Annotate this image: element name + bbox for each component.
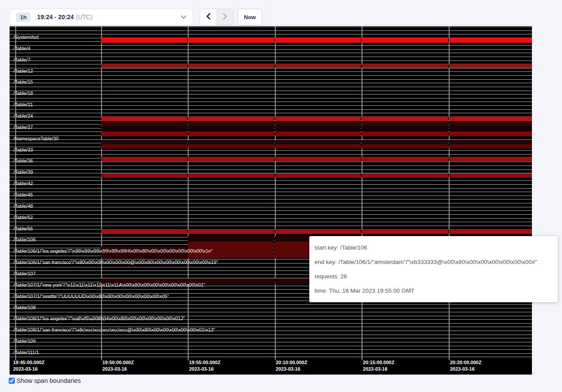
heatmap-band[interactable] — [101, 173, 187, 178]
heatmap-band[interactable] — [188, 229, 274, 234]
heatmap-band[interactable] — [101, 37, 187, 43]
heatmap-band[interactable] — [188, 64, 274, 68]
tooltip-requests: requests: 28 — [315, 269, 552, 284]
heatmap-band[interactable] — [101, 116, 187, 121]
heatmap-band[interactable] — [362, 116, 448, 121]
heatmap-band[interactable] — [101, 157, 187, 161]
heatmap-band[interactable] — [362, 173, 448, 178]
row-key-label: /Table/45 — [14, 192, 33, 197]
span-boundary-line — [10, 53, 532, 53]
span-boundary-line — [10, 184, 532, 185]
heatmap-band[interactable] — [275, 122, 361, 126]
time-range-duration-chip: 1h — [16, 13, 30, 22]
heatmap-band[interactable] — [449, 116, 532, 121]
span-boundary-line — [10, 210, 532, 211]
heatmap-band[interactable] — [275, 64, 361, 68]
heatmap-band[interactable] — [449, 140, 532, 144]
heatmap-band[interactable] — [449, 173, 532, 178]
heatmap-band[interactable] — [188, 236, 274, 242]
heatmap-band[interactable] — [449, 37, 532, 43]
heatmap-band[interactable] — [362, 37, 448, 43]
heatmap-band[interactable] — [101, 229, 187, 234]
heatmap-band[interactable] — [188, 122, 274, 126]
heatmap-band[interactable] — [362, 144, 448, 149]
heatmap-band[interactable] — [101, 64, 187, 68]
heatmap-band[interactable] — [188, 132, 274, 136]
heatmap-band[interactable] — [362, 229, 448, 234]
heatmap-band[interactable] — [101, 132, 187, 136]
axis-time: 19:45:00.000Z — [13, 359, 44, 366]
span-boundary-line — [10, 139, 532, 140]
row-key-label: /Table/12 — [14, 68, 33, 74]
time-axis-label: 19:45:00.000Z2023-03-16 — [13, 359, 44, 372]
heatmap-band[interactable] — [188, 126, 274, 131]
heatmap-band[interactable] — [188, 173, 274, 178]
heatmap-band[interactable] — [362, 157, 448, 161]
heatmap-band[interactable] — [362, 140, 448, 144]
heatmap-band[interactable] — [101, 126, 187, 131]
axis-date: 2023-03-16 — [102, 366, 134, 372]
span-boundary-line — [10, 30, 532, 31]
heatmap-band[interactable] — [449, 144, 532, 149]
heatmap-band[interactable] — [275, 126, 361, 131]
heatmap-band[interactable] — [101, 122, 187, 126]
span-boundary-line — [10, 83, 532, 83]
heatmap-band[interactable] — [188, 157, 274, 161]
time-gridline — [449, 26, 450, 360]
span-boundary-line — [10, 105, 532, 106]
time-range-dropdown[interactable]: 1h 19:24 - 20:24 (UTC) — [10, 9, 193, 25]
axis-date: 2023-03-16 — [363, 366, 394, 372]
heatmap-band[interactable] — [449, 64, 532, 68]
heatmap-band[interactable] — [449, 229, 532, 234]
heatmap-band[interactable] — [188, 37, 274, 43]
show-span-boundaries-checkbox[interactable] — [9, 378, 15, 384]
heatmap-band[interactable] — [449, 157, 532, 161]
span-boundary-line — [10, 49, 532, 50]
heatmap-band[interactable] — [275, 173, 361, 178]
heatmap-band[interactable] — [275, 229, 361, 234]
heatmap-band[interactable] — [362, 126, 448, 131]
heatmap-band[interactable] — [188, 144, 274, 149]
span-boundary-line — [10, 57, 532, 57]
heatmap-band[interactable] — [449, 126, 532, 131]
row-key-label: /Table/52 — [14, 215, 33, 220]
span-boundary-line — [10, 109, 532, 110]
next-range-button[interactable] — [217, 9, 233, 25]
time-gridline — [275, 26, 276, 360]
span-boundary-line — [10, 71, 532, 72]
row-key-label: /Table/107/1/"seattle"/"UUUUUUD\x00\x80\… — [14, 294, 169, 299]
heatmap-band[interactable] — [362, 64, 448, 68]
heatmap-band[interactable] — [101, 140, 187, 144]
row-key-label: /Table/109 — [14, 338, 36, 344]
tooltip-end-key: end key: /Table/106/1/"amsterdam"/"\xb33… — [315, 255, 552, 269]
row-key-label: /Table/24 — [14, 113, 33, 118]
heatmap-band[interactable] — [449, 132, 532, 136]
heatmap-band[interactable] — [362, 122, 448, 126]
chevron-left-icon — [206, 13, 211, 21]
span-boundary-line — [10, 342, 532, 342]
heatmap-band[interactable] — [275, 37, 361, 43]
heatmap-band[interactable] — [188, 140, 274, 144]
axis-time: 19:55:00.000Z — [189, 359, 220, 366]
heatmap-band[interactable] — [362, 132, 448, 136]
heatmap-band[interactable] — [188, 116, 274, 121]
span-boundary-line — [10, 94, 532, 95]
heatmap[interactable]: /System/tsd/Table/4/Table/7/Table/12/Tab… — [10, 26, 532, 375]
heatmap-band[interactable] — [101, 144, 187, 149]
heatmap-band[interactable] — [275, 132, 361, 136]
now-button[interactable]: Now — [237, 9, 262, 25]
span-boundary-line — [10, 226, 532, 226]
span-boundary-line — [10, 199, 532, 199]
row-key-label: /Table/36 — [14, 158, 33, 163]
heatmap-band[interactable] — [275, 144, 361, 149]
previous-range-button[interactable] — [200, 9, 217, 25]
heatmap-band[interactable] — [449, 122, 532, 126]
axis-date: 2023-03-16 — [276, 366, 307, 372]
axis-date: 2023-03-16 — [13, 366, 44, 372]
row-key-label: /Table/39 — [14, 169, 33, 175]
heatmap-band[interactable] — [275, 140, 361, 144]
row-key-label: /Table/55 — [14, 226, 33, 231]
heatmap-band[interactable] — [275, 157, 361, 161]
heatmap-band[interactable] — [275, 116, 361, 121]
span-boundary-line — [10, 154, 532, 155]
